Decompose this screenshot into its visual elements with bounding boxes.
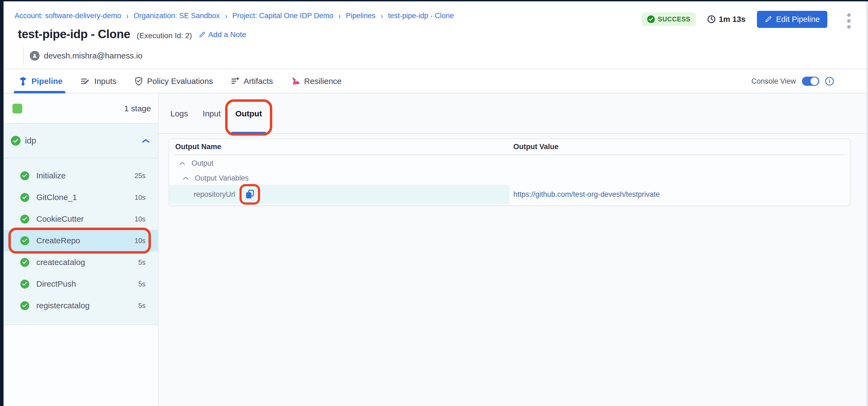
step-duration: 10s: [135, 194, 146, 201]
step-success-icon: [20, 258, 29, 267]
column-header-output-value: Output Value: [509, 143, 850, 151]
stage-success-icon: [11, 136, 21, 146]
window-top-edge: [0, 0, 868, 1]
chevron-up-icon[interactable]: [142, 138, 150, 143]
breadcrumb-project[interactable]: Project: Capital One IDP Demo: [232, 12, 333, 20]
tab-artifacts[interactable]: Artifacts: [231, 70, 273, 93]
console-view-label: Console View: [751, 77, 796, 86]
step-duration: 10s: [135, 237, 146, 245]
output-table-header: Output Name Output Value: [169, 139, 850, 155]
add-note-link[interactable]: Add a Note: [198, 30, 246, 39]
pencil-icon: [198, 31, 206, 38]
execution-id-label: (Execution Id: 2): [137, 31, 192, 40]
step-name: CookieCutter: [36, 214, 84, 224]
chevron-right-icon: ›: [339, 11, 341, 21]
repository-url-link[interactable]: https://github.com/test-org-devesh/testp…: [514, 190, 660, 199]
stage-count: 1 stage: [124, 104, 151, 113]
step-duration: 10s: [135, 215, 146, 223]
output-group-label: Output: [191, 159, 214, 168]
scrollbar-track[interactable]: [866, 1, 868, 406]
chevron-right-icon: ›: [225, 11, 227, 21]
inputs-icon: [81, 77, 90, 86]
output-variables-row: Output Variables: [169, 171, 850, 185]
edit-pipeline-button[interactable]: Edit Pipeline: [757, 11, 827, 28]
annotation-highlight-ring: [240, 184, 260, 205]
step-success-icon: [20, 301, 29, 310]
step-success-icon: [20, 280, 29, 289]
step-duration: 5s: [138, 280, 146, 288]
step-row-initialize[interactable]: Initialize 25s: [3, 165, 158, 187]
tab-artifacts-label: Artifacts: [244, 77, 273, 86]
tab-policy-evaluations-label: Policy Evaluations: [147, 77, 213, 86]
step-row-createrepo-selected[interactable]: CreateRepo 10s: [3, 230, 158, 251]
step-row-cookiecutter[interactable]: CookieCutter 10s: [3, 208, 158, 230]
info-icon[interactable]: i: [825, 77, 834, 86]
tab-inputs[interactable]: Inputs: [81, 70, 117, 93]
stage-row-idp[interactable]: idp: [3, 124, 158, 158]
chevron-right-icon: ›: [381, 11, 383, 21]
step-details-tabs: Logs Input Output: [158, 94, 868, 134]
user-avatar-icon: [30, 51, 39, 61]
tab-output[interactable]: Output: [235, 108, 262, 120]
pipeline-icon: [19, 77, 27, 86]
step-name: CreateRepo: [36, 236, 80, 245]
resilience-chaos-icon: [291, 77, 300, 86]
chevron-up-icon[interactable]: [179, 161, 186, 165]
step-row-registercatalog[interactable]: registercatalog 5s: [3, 295, 158, 316]
stage-section: idp Initialize 25s GitClone_1 10s: [3, 124, 158, 325]
tab-logs[interactable]: Logs: [170, 108, 189, 120]
breadcrumb-account[interactable]: Account: software-delivery-demo: [14, 12, 121, 20]
step-duration: 5s: [138, 302, 146, 310]
variable-name: repositoryUrl: [194, 190, 235, 199]
step-name: Initialize: [36, 171, 66, 180]
tab-input[interactable]: Input: [202, 108, 221, 120]
breadcrumb-execution[interactable]: test-pipe-idp - Clone: [388, 12, 454, 20]
artifacts-list-icon: [231, 77, 240, 86]
step-row-directpush[interactable]: DirectPush 5s: [3, 273, 158, 295]
triggered-by-email: devesh.mishra@harness.io: [44, 51, 143, 60]
tab-pipeline[interactable]: Pipeline: [19, 70, 63, 93]
tab-policy-evaluations[interactable]: Policy Evaluations: [134, 70, 213, 93]
step-success-icon: [20, 215, 29, 224]
pencil-icon: [765, 15, 772, 23]
add-note-label: Add a Note: [208, 30, 246, 39]
variable-row-repositoryurl: repositoryUrl https://github.com/test-or…: [169, 185, 850, 204]
stage-status-square: [12, 104, 22, 113]
chevron-right-icon: ›: [126, 11, 128, 21]
step-details-panel: Logs Input Output Output Name Output Val…: [158, 94, 868, 406]
breadcrumb-pipelines[interactable]: Pipelines: [346, 12, 376, 20]
execution-tabbar: Pipeline Inputs Policy Evaluations Artif…: [3, 70, 868, 93]
output-table: Output Name Output Value Output Output V…: [169, 139, 850, 206]
step-success-icon: [20, 193, 29, 202]
step-success-icon: [20, 171, 29, 180]
step-row-createcatalog[interactable]: createcatalog 5s: [3, 251, 158, 273]
step-row-gitclone[interactable]: GitClone_1 10s: [3, 187, 158, 208]
sidebar-empty-area: [3, 325, 158, 406]
stage-summary-row: 1 stage: [3, 94, 158, 124]
column-header-output-name: Output Name: [169, 143, 509, 151]
status-badge: SUCCESS: [642, 12, 696, 26]
breadcrumb-organization[interactable]: Organization: SE Sandbox: [133, 12, 220, 20]
tab-output-label: Output: [236, 109, 262, 118]
shield-check-icon: [134, 77, 143, 86]
step-name: GitClone_1: [36, 193, 77, 202]
page-header: Account: software-delivery-demo › Organi…: [3, 1, 868, 69]
more-options-menu-icon[interactable]: [845, 12, 852, 30]
step-name: DirectPush: [36, 279, 76, 289]
variable-name-cell: repositoryUrl: [169, 185, 509, 204]
duration-value: 1m 13s: [719, 15, 745, 24]
output-variables-label: Output Variables: [195, 174, 249, 182]
tab-resilience[interactable]: Resilience: [291, 70, 342, 93]
step-success-icon: [20, 236, 29, 245]
copy-icon[interactable]: [245, 189, 255, 200]
page-title: test-pipe-idp - Clone: [18, 27, 130, 41]
output-group-row: Output: [169, 155, 850, 171]
clock-icon: [707, 15, 716, 24]
stage-name: idp: [25, 136, 36, 146]
variable-value-cell: https://github.com/test-org-devesh/testp…: [509, 185, 850, 204]
tab-inputs-label: Inputs: [94, 77, 117, 86]
chevron-up-icon[interactable]: [182, 176, 189, 180]
console-view-toggle[interactable]: [802, 77, 819, 86]
edit-pipeline-label: Edit Pipeline: [776, 15, 820, 24]
step-name: registercatalog: [36, 301, 90, 310]
